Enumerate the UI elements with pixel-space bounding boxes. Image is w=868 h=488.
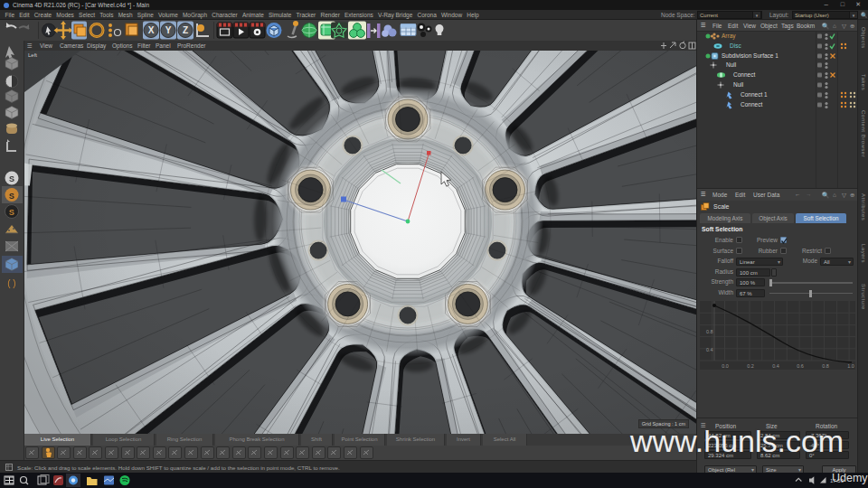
svg-text:0.4: 0.4 [772,363,779,369]
svg-text:0.8: 0.8 [706,329,713,334]
svg-text:( ): ( ) [7,278,15,288]
svg-text:0.8: 0.8 [822,363,829,369]
svg-text:Z: Z [183,25,188,35]
svg-text:S: S [9,174,14,183]
svg-text:S: S [9,192,14,201]
svg-text:0.2: 0.2 [747,363,754,369]
svg-text:1.0: 1.0 [847,363,854,369]
svg-text:X: X [148,25,155,35]
svg-text:S: S [9,208,14,217]
svg-text:0.6: 0.6 [797,363,804,369]
svg-text:0.0: 0.0 [722,363,729,369]
svg-text:Y: Y [165,25,172,35]
svg-text:0.4: 0.4 [706,347,713,352]
